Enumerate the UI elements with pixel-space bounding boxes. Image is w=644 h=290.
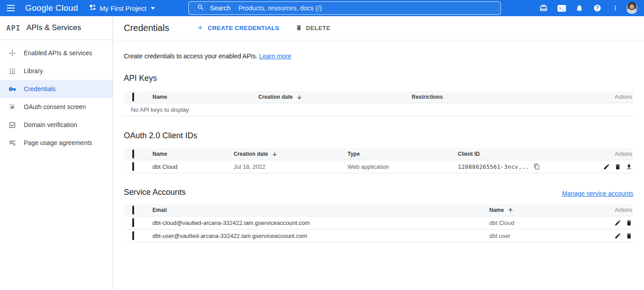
plus-icon — [197, 24, 204, 32]
help-icon[interactable] — [588, 0, 606, 16]
create-credentials-button[interactable]: CREATE CREDENTIALS — [197, 24, 279, 32]
notifications-icon[interactable] — [570, 0, 588, 16]
sidebar-item-page-usage-agreements[interactable]: Page usage agreements — [0, 134, 113, 152]
trash-icon — [296, 24, 302, 32]
sidebar-nav: Enabled APIs & services Library Credenti… — [0, 40, 113, 152]
sidebar-item-label: OAuth consent screen — [24, 103, 86, 110]
col-header-type[interactable]: Type — [348, 151, 458, 157]
project-name: My First Project — [100, 4, 146, 12]
google-cloud-logo[interactable]: GoogleCloud — [25, 3, 78, 13]
sidebar-item-label: Enabled APIs & services — [24, 49, 92, 57]
col-header-restrictions[interactable]: Restrictions — [412, 94, 592, 100]
domain-verification-icon — [9, 121, 16, 129]
enabled-apis-icon — [9, 49, 16, 57]
topbar-actions: >_ — [535, 0, 641, 16]
service-account-row: dbt-cloud@vaulted-arcana-332422.iam.gser… — [124, 216, 633, 229]
search-icon — [197, 4, 205, 13]
sidebar-title: APIs & Services — [26, 23, 81, 32]
sidebar-item-library[interactable]: Library — [0, 62, 113, 80]
sidebar-item-credentials[interactable]: Credentials — [0, 80, 113, 98]
col-header-creation-date[interactable]: Creation date — [258, 94, 412, 100]
avatar[interactable] — [626, 2, 638, 14]
logo-cloud: Cloud — [55, 3, 78, 13]
project-switcher[interactable]: My First Project — [89, 4, 155, 13]
service-accounts-header-row: Email Name Actions — [124, 204, 633, 216]
col-header-creation-date[interactable]: Creation date — [234, 151, 348, 157]
copy-icon[interactable] — [534, 163, 540, 170]
sidebar-item-enabled-apis[interactable]: Enabled APIs & services — [0, 44, 113, 62]
chevron-down-icon — [151, 7, 155, 9]
service-account-row: dbt-user@vaulted-arcana-332422.iam.gserv… — [124, 229, 633, 242]
edit-icon[interactable] — [603, 163, 610, 170]
col-header-actions: Actions — [592, 94, 633, 100]
intro-sentence: Create credentials to access your enable… — [124, 53, 257, 60]
api-keys-empty-row: No API keys to display — [124, 103, 633, 116]
sidebar-header: API APIs & Services — [0, 16, 113, 40]
download-icon[interactable] — [626, 163, 632, 170]
row-checkbox[interactable] — [132, 162, 134, 171]
oauth-client-type: Web application — [348, 163, 458, 170]
manage-service-accounts-link[interactable]: Manage service accounts — [562, 190, 633, 197]
project-icon — [89, 4, 96, 13]
col-header-client-id[interactable]: Client ID — [458, 151, 583, 157]
main-content: Credentials CREATE CREDENTIALS DELETE Cr… — [113, 16, 644, 290]
edit-icon[interactable] — [614, 220, 621, 226]
search-input[interactable]: Search Products, resources, docs (/) — [188, 1, 501, 15]
main-body: Create credentials to access your enable… — [113, 40, 644, 242]
sidebar-item-label: Domain verification — [24, 121, 77, 128]
delete-button[interactable]: DELETE — [296, 24, 331, 32]
row-checkbox[interactable] — [132, 218, 134, 227]
gift-icon[interactable] — [535, 0, 553, 16]
service-accounts-table: Email Name Actions dbt-cloud@vaulted-arc… — [124, 204, 633, 242]
empty-message: No API keys to display — [124, 106, 189, 113]
api-logo-icon: API — [6, 24, 21, 32]
api-keys-header-row: Name Creation date Restrictions Actions — [124, 91, 633, 103]
select-all-checkbox[interactable] — [132, 206, 134, 215]
edit-icon[interactable] — [614, 233, 621, 239]
select-all-checkbox[interactable] — [132, 149, 134, 158]
service-account-name: dbt Cloud — [489, 220, 592, 226]
sort-down-icon — [296, 94, 302, 100]
sidebar: API APIs & Services Enabled APIs & servi… — [0, 16, 113, 290]
search-placeholder: Products, resources, docs (/) — [239, 4, 322, 12]
sort-down-icon — [272, 151, 278, 157]
sidebar-item-label: Library — [24, 67, 43, 75]
select-all-checkbox[interactable] — [132, 92, 134, 101]
oauth-header-row: Name Creation date Type Client ID Action… — [124, 148, 633, 160]
col-header-name[interactable]: Name — [489, 207, 592, 213]
sidebar-item-oauth-consent[interactable]: OAuth consent screen — [0, 98, 113, 116]
service-account-email[interactable]: dbt-cloud@vaulted-arcana-332422.iam.gser… — [152, 220, 489, 226]
delete-icon[interactable] — [626, 233, 632, 239]
cloud-shell-icon[interactable]: >_ — [553, 0, 570, 16]
page-usage-icon — [9, 139, 16, 147]
oauth-client-id: 128886265561-3ncv... — [458, 163, 529, 170]
oauth-client-row: dbt Cloud Jul 18, 2022 Web application 1… — [124, 160, 633, 173]
oauth-consent-icon — [9, 103, 16, 111]
learn-more-link[interactable]: Learn more — [259, 53, 292, 60]
sidebar-item-domain-verification[interactable]: Domain verification — [0, 116, 113, 134]
key-icon — [9, 85, 16, 93]
service-account-email[interactable]: dbt-user@vaulted-arcana-332422.iam.gserv… — [152, 233, 489, 239]
col-header-name[interactable]: Name — [152, 151, 234, 157]
logo-google: Google — [25, 3, 53, 13]
col-header-name[interactable]: Name — [152, 94, 258, 100]
oauth-client-name[interactable]: dbt Cloud — [152, 163, 234, 170]
col-header-actions: Actions — [583, 151, 633, 157]
delete-icon[interactable] — [614, 163, 621, 170]
search-label: Search — [210, 4, 231, 12]
more-vert-icon[interactable] — [606, 0, 624, 16]
delete-icon[interactable] — [626, 220, 632, 226]
row-checkbox[interactable] — [132, 231, 134, 240]
top-bar: GoogleCloud My First Project Search Prod… — [0, 0, 644, 16]
service-accounts-title: Service Accounts — [124, 188, 186, 197]
delete-label: DELETE — [306, 25, 331, 31]
col-header-email[interactable]: Email — [152, 207, 489, 213]
sidebar-item-label: Page usage agreements — [24, 139, 92, 146]
create-credentials-label: CREATE CREDENTIALS — [208, 25, 279, 31]
hamburger-menu-icon[interactable] — [0, 0, 22, 16]
oauth-client-creation-date: Jul 18, 2022 — [234, 163, 348, 170]
section-service-accounts: Service Accounts Manage service accounts… — [124, 188, 633, 242]
intro-text: Create credentials to access your enable… — [124, 53, 633, 60]
sort-up-icon — [508, 207, 513, 213]
page-header: Credentials CREATE CREDENTIALS DELETE — [113, 16, 644, 40]
